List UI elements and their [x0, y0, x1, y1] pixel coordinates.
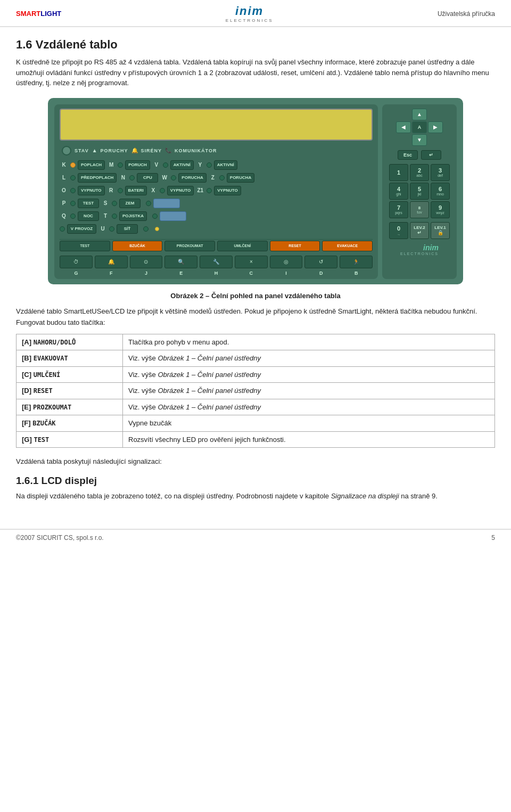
btn-sit[interactable]: SÍŤ [117, 224, 138, 234]
num-8[interactable]: 8tuv [410, 201, 429, 218]
icon-h[interactable]: 🔧 [200, 256, 233, 268]
func-bzucak[interactable]: BZUČÁK [112, 241, 163, 251]
led-zem [112, 201, 117, 206]
key-label-row: G F J E H C I D B [60, 270, 373, 276]
page-header: SMARTLIGHT inim ELECTRONICS Uživatelská … [0, 0, 511, 27]
icon-g[interactable]: ⏱ [60, 256, 93, 268]
num-9[interactable]: 9wxyz [431, 201, 450, 218]
btn-aktivni2[interactable]: AKTIVNÍ [214, 160, 237, 170]
num-5[interactable]: 5jkl [410, 183, 429, 200]
led-empty1 [146, 201, 151, 206]
brand-smart: SMART [16, 10, 40, 18]
arrow-left[interactable]: ◀ [396, 121, 411, 133]
panel-logo: inim ELECTRONICS [400, 243, 439, 256]
num-6[interactable]: 6mno [431, 183, 450, 200]
led-sit [109, 226, 114, 232]
enter-button[interactable]: ↵ [421, 150, 441, 160]
lev2-btn[interactable]: LEV.2↵ [410, 222, 429, 239]
func-umlceni[interactable]: UMLČENÍ [217, 241, 268, 251]
table-key: [D] RESET [17, 383, 123, 399]
btn-test[interactable]: TEST [78, 199, 99, 208]
btn-zem[interactable]: ZEM [119, 199, 141, 208]
key-j: J [130, 270, 163, 276]
key-i: I [270, 270, 303, 276]
num-2[interactable]: 2abc [410, 164, 429, 181]
led-noc [70, 214, 76, 219]
btn-cpu[interactable]: CPU [137, 173, 158, 183]
icon-f[interactable]: 🔔 [95, 256, 128, 268]
footer-copyright: ©2007 SICURIT CS, spol.s r.o. [16, 534, 104, 542]
table-row: [B] EVAKUOVATViz. výše Obrázek 1 – Čelní… [17, 350, 495, 367]
num-0[interactable]: 0., [389, 222, 408, 239]
btn-vypnuto2[interactable]: VYPNUTO [167, 186, 194, 195]
btn-vypnuto3[interactable]: VYPNUTO [214, 186, 241, 195]
btn-pojistka[interactable]: POJISTKA [119, 211, 147, 221]
table-key: [F] BZUČÁK [17, 415, 123, 432]
key-e: E [164, 270, 197, 276]
inim-logo-sub: ELECTRONICS [226, 18, 274, 23]
lev1-btn[interactable]: LEV.1🔒 [431, 222, 450, 239]
btn-vypnuto1[interactable]: VYPNUTO [78, 186, 105, 195]
btn-poruch[interactable]: PORUCH [125, 160, 150, 170]
icon-b[interactable]: 🏃 [340, 256, 373, 268]
func-row: TEST BZUČÁK PROZKOUMAT UMLČENÍ RESET EVA… [60, 239, 373, 252]
btn-blue1[interactable] [153, 199, 180, 208]
key-c: C [235, 270, 268, 276]
btn-bateri[interactable]: BATERI [125, 186, 147, 195]
led-pojistka [112, 214, 117, 219]
lev-row: 0., LEV.2↵ LEV.1🔒 [389, 222, 450, 239]
panel-left: STAV ▲ PORUCHY 🔔 SIRÉNY 📞 KOMUNIKÁTOR K … [54, 104, 378, 279]
btn-blue2[interactable] [160, 211, 186, 221]
btn-aktivni1[interactable]: AKTIVNÍ [170, 160, 194, 170]
arrow-empty1 [396, 109, 411, 120]
row-k: K POPLACH M PORUCH V AKTIVNÍ Y AKTIVNÍ [60, 160, 373, 170]
func-test[interactable]: TEST [60, 241, 110, 251]
num-4[interactable]: 4ghi [389, 183, 408, 200]
btn-predpoplach[interactable]: PŘEDPOPLACH [78, 173, 117, 183]
desc1: Vzdálené tablo SmartLetUSee/LCD lze přip… [16, 306, 495, 329]
table-key: [B] EVAKUOVAT [17, 350, 123, 367]
num-1[interactable]: 1 [389, 164, 408, 181]
icon-i[interactable]: ◎ [270, 256, 303, 268]
poruchy-label: PORUCHY [101, 148, 128, 153]
btn-noc[interactable]: NOC [78, 211, 99, 221]
intro-paragraph: K ústředně lze připojit po RS 485 až 4 v… [16, 57, 495, 88]
func-reset[interactable]: RESET [270, 241, 320, 251]
brand-logo: SMARTLIGHT [16, 10, 61, 18]
arrow-right[interactable]: ▶ [428, 121, 443, 133]
arrow-empty3 [396, 134, 411, 146]
icon-c[interactable]: × [235, 256, 268, 268]
icon-e[interactable]: 🔍 [164, 256, 197, 268]
section2-desc: Na displeji vzdáleného tabla je zobrazen… [16, 491, 495, 502]
table-row: [A] NAHORU/DOLŮTlačítka pro pohyb v menu… [17, 334, 495, 350]
table-desc: Rozsvítí všechny LED pro ověření jejich … [123, 431, 495, 448]
esc-enter-row: Esc ↵ [398, 150, 441, 160]
arrow-up[interactable]: ▲ [412, 109, 427, 120]
stav-indicator [62, 146, 71, 155]
panel-image: STAV ▲ PORUCHY 🔔 SIRÉNY 📞 KOMUNIKÁTOR K … [16, 98, 495, 284]
arrow-empty2 [428, 109, 443, 120]
row-q: Q NOC T POJISTKA [60, 211, 373, 221]
table-row: [G] TESTRozsvítí všechny LED pro ověření… [17, 431, 495, 448]
table-key: [C] UMLČENÍ [17, 366, 123, 383]
func-evakuace[interactable]: EVAKUACE [322, 241, 373, 251]
btn-porucha2[interactable]: PORUCHA [227, 173, 254, 183]
num-7[interactable]: 7pqrs [389, 201, 408, 218]
arrow-down[interactable]: ▼ [412, 134, 427, 146]
btn-porucha1[interactable]: PORUCHA [178, 173, 206, 183]
func-prozkoumat[interactable]: PROZKOUMAT [164, 241, 215, 251]
btn-vprovoz[interactable]: V PROVOZ [67, 224, 96, 234]
icon-d[interactable]: ↺ [304, 256, 337, 268]
footer-page: 5 [491, 534, 495, 542]
arrow-a[interactable]: A [412, 121, 427, 133]
esc-button[interactable]: Esc [398, 150, 418, 160]
arrow-empty4 [428, 134, 443, 146]
icon-j[interactable]: ⊙ [130, 256, 163, 268]
led-empty3 [143, 226, 149, 232]
led-poplach [70, 162, 76, 168]
key-f: F [95, 270, 128, 276]
num-3[interactable]: 3def [431, 164, 450, 181]
section2-title: 1.6.1 LCD displej [16, 475, 495, 487]
btn-poplach[interactable]: POPLACH [78, 160, 105, 170]
inim-logo: inim ELECTRONICS [226, 4, 274, 23]
